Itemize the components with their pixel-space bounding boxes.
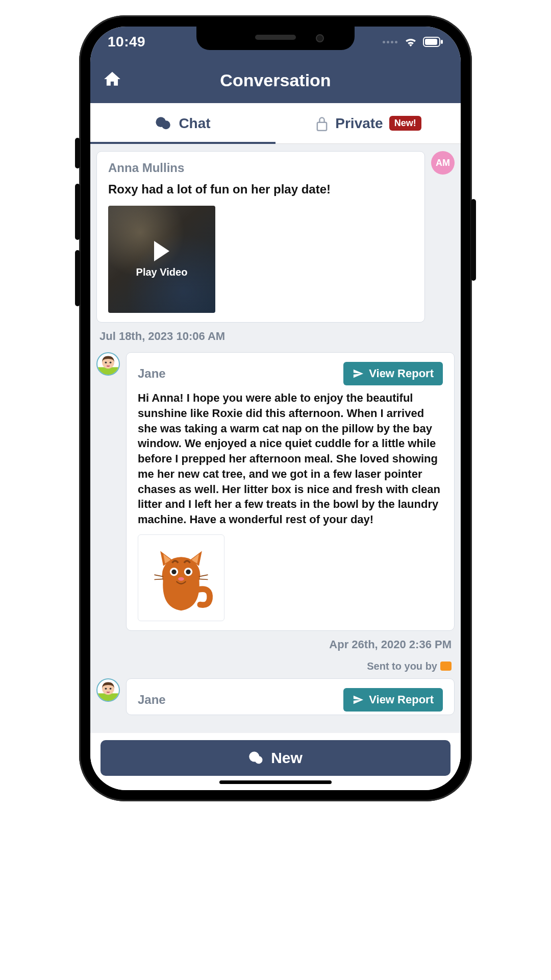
message-body: Hi Anna! I hope you were able to enjoy t… [138,390,443,527]
message-timestamp: Jul 18th, 2023 10:06 AM [96,327,455,348]
sender-name: Anna Mullins [108,161,413,175]
view-report-button[interactable]: View Report [343,688,443,712]
avatar-image [97,679,119,701]
sticker-attachment[interactable] [138,534,224,621]
send-icon [353,694,364,705]
svg-point-15 [186,569,190,574]
message-card: Anna Mullins Roxy had a lot of fun on he… [96,151,425,323]
sent-by-label: Sent to you by [367,660,437,672]
video-thumbnail[interactable]: Play Video [108,206,215,313]
svg-rect-1 [425,39,437,45]
tab-chat[interactable]: Chat [90,103,276,143]
avatar[interactable]: AM [431,151,455,175]
message-card: Jane View Report [126,678,455,715]
status-time: 10:49 [108,34,145,50]
message-timestamp: Apr 26th, 2020 2:36 PM [96,635,455,656]
view-report-label: View Report [369,367,434,380]
svg-line-17 [155,575,164,577]
svg-line-19 [199,575,208,577]
wifi-icon [404,36,418,47]
battery-icon [423,37,443,47]
tab-bar: Chat Private New! [90,103,461,144]
svg-line-18 [155,579,164,579]
sent-by-row: Sent to you by [96,660,455,672]
svg-point-24 [110,688,112,690]
svg-point-13 [171,569,176,574]
cellular-dots-icon [383,41,397,43]
new-message-label: New [271,749,303,767]
message-list[interactable]: AM Anna Mullins Roxy had a lot of fun on… [90,144,461,733]
message-card: Jane View Report Hi Anna! I hope you wer… [126,352,455,630]
svg-point-23 [105,688,107,690]
chat-bubbles-icon [155,115,172,132]
view-report-label: View Report [369,693,434,706]
svg-point-10 [110,362,112,364]
home-indicator[interactable] [219,780,332,784]
tab-private[interactable]: Private New! [276,103,461,143]
svg-rect-2 [441,40,443,44]
message-row: Jane View Report [96,678,455,715]
home-button[interactable] [103,69,122,91]
avatar-image [97,353,119,375]
message-row: Jane View Report Hi Anna! I hope you wer… [96,352,455,630]
svg-point-26 [255,756,263,764]
sender-name: Jane [138,366,166,381]
svg-point-5 [163,121,170,128]
tab-chat-label: Chat [179,115,210,132]
play-icon [154,241,169,261]
new-message-button[interactable]: New [101,740,450,776]
lock-icon [315,115,329,132]
chat-icon [248,750,264,766]
mail-icon [440,662,452,671]
svg-point-9 [105,362,107,364]
svg-rect-6 [317,122,327,130]
video-label: Play Video [136,266,188,278]
home-icon [103,69,122,89]
svg-line-20 [199,579,208,579]
avatar[interactable] [96,678,120,702]
avatar[interactable] [96,352,120,376]
svg-point-16 [178,577,184,580]
new-badge: New! [389,116,421,131]
page-title: Conversation [220,70,331,90]
tab-private-label: Private [335,115,383,132]
view-report-button[interactable]: View Report [343,362,443,385]
cat-icon [145,542,217,614]
send-icon [353,368,364,379]
message-row: AM Anna Mullins Roxy had a lot of fun on… [96,151,455,323]
message-text: Roxy had a lot of fun on her play date! [108,181,413,198]
app-header: Conversation [90,57,461,103]
sender-name: Jane [138,693,166,707]
